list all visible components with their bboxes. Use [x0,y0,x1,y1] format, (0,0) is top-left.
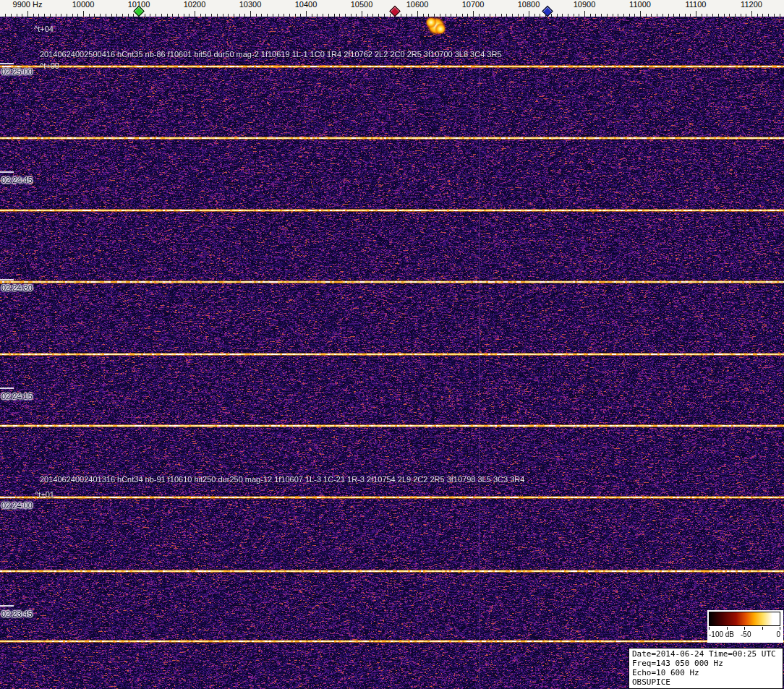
freq-tick-label: 10600 [406,0,429,9]
time-tick [0,388,14,389]
info-date-line: Date=2014-06-24 Time=00:25 UTC [632,649,783,659]
color-scale-gradient [709,612,780,626]
detection-1-annotation: 20140624002500416 hCnt35 nb-86 f10601 hi… [40,50,502,59]
time-tick [0,497,14,498]
meteor-spectrogram-screen: 9900 Hz100001010010200103001040010500106… [0,0,784,689]
time-tick [0,171,14,173]
trigger-t00-annotation: ^t+00 [40,61,59,71]
time-label: 02:25:00 [1,67,33,77]
info-freq-line: Freq=143 050 000 Hz [632,659,783,668]
color-scale-tick [780,627,780,630]
time-label: 02:24:15 [1,392,33,401]
ruler-tick [417,11,418,17]
color-scale-tick [744,627,745,630]
ruler-tick [250,11,251,17]
color-scale: -100 dB -50 0 [707,610,783,643]
freq-tick-label: 10200 [184,0,206,9]
ruler-tick [27,11,28,17]
color-scale-labels: -100 dB -50 0 [707,630,783,641]
waterfall-overlays: 02:25:0002:24:4502:24:3002:24:1502:24:00… [0,17,784,689]
ruler-tick [696,11,696,17]
ruler-tick [529,11,529,17]
freq-tick-label: 10400 [295,0,318,9]
time-label: 02:24:30 [1,283,33,293]
color-scale-tick [709,627,710,630]
red-freq-marker-icon[interactable] [389,6,401,17]
time-label: 02:24:45 [1,176,33,185]
freq-tick-label: 10300 [239,0,262,9]
trigger-t01-annotation: ^t+01 [35,490,54,500]
time-tick [0,63,14,64]
ruler-tick [362,11,362,17]
ruler-tick [83,11,84,17]
color-scale-tick [727,627,728,630]
freq-tick-label: 10700 [462,0,485,9]
freq-tick-label: 11100 [686,0,707,9]
freq-tick-label: 10800 [518,0,540,9]
time-label: 02:23:45 [1,609,33,619]
ruler-tick [306,11,307,17]
detection-2-annotation: 20140624002401316 hCnt34 nb-91 f10610 hi… [40,475,524,484]
ruler-tick [640,11,641,17]
color-scale-mid-label: -50 [741,630,751,639]
ruler-tick [473,11,474,17]
freq-tick-label: 11200 [741,0,762,9]
info-station-line: OBSUPICE [632,677,783,687]
ruler-tick [195,11,195,17]
time-label: 02:24:00 [1,501,33,510]
ruler-tick [751,11,752,17]
color-scale-min-label: -100 dB [709,630,734,639]
time-tick [0,279,14,281]
info-echo-line: Echo=10 600 Hz [632,668,783,677]
color-scale-max-label: 0 [776,630,780,639]
freq-tick-label: 9900 Hz [13,0,43,9]
color-scale-tick [762,627,763,630]
freq-tick-label: 11000 [629,0,651,9]
ruler-tick [584,11,585,17]
freq-tick-label: 10900 [574,0,596,9]
freq-tick-label: 10500 [351,0,373,9]
waterfall-display: 02:25:0002:24:4502:24:3002:24:1502:24:00… [0,17,784,689]
trigger-t04-annotation: ^t+04 [34,25,54,34]
frequency-ruler: 9900 Hz100001010010200103001040010500106… [0,0,784,17]
time-tick [0,605,14,607]
status-info-box: Date=2014-06-24 Time=00:25 UTC Freq=143 … [629,648,783,689]
freq-tick-label: 10000 [72,0,95,9]
